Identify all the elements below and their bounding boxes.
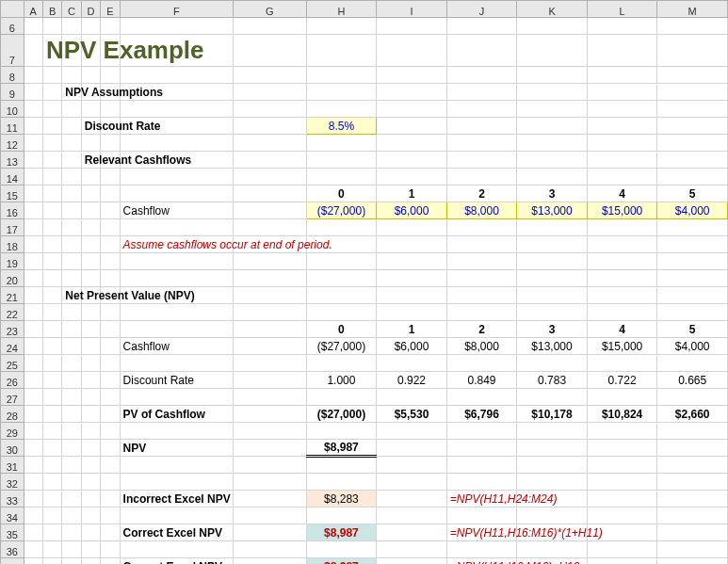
cell-H33[interactable]: $8,283 [306,491,377,508]
col-header-D[interactable]: D [81,1,100,18]
row-header-12[interactable]: 12 [1,135,24,152]
cell-F16[interactable]: Cashflow [120,202,233,219]
cell-K26[interactable]: 0.783 [517,372,588,389]
cell-C21[interactable]: Net Present Value (NPV) [62,287,81,304]
row-header-23[interactable]: 23 [1,321,24,338]
cell-I15[interactable]: 1 [377,185,447,202]
col-header-L[interactable]: L [587,1,657,18]
row-26[interactable]: 26 Discount Rate 1.000 0.922 0.849 0.783… [1,372,728,389]
row-header-27[interactable]: 27 [1,389,24,406]
row-23[interactable]: 23 0 1 2 3 4 5 [1,321,728,338]
col-header-C[interactable]: C [62,1,81,18]
col-header-I[interactable]: I [377,1,447,18]
row-header-32[interactable]: 32 [1,474,24,491]
row-header-14[interactable]: 14 [1,169,24,185]
row-header-33[interactable]: 33 [1,491,24,508]
row-34[interactable]: 34 [1,508,728,524]
cell-J26[interactable]: 0.849 [446,372,517,389]
row-11[interactable]: 11 Discount Rate 8.5% [1,118,728,135]
cell-I28[interactable]: $5,530 [377,406,447,423]
row-32[interactable]: 32 [1,474,728,491]
cell-H16[interactable]: ($27,000) [306,202,377,219]
cell-D11[interactable]: Discount Rate [81,118,100,135]
row-7[interactable]: 7 NPV Example [1,35,728,67]
row-16[interactable]: 16 Cashflow ($27,000) $6,000 $8,000 $13,… [1,202,728,219]
row-header-6[interactable]: 6 [1,18,24,35]
row-header-36[interactable]: 36 [1,541,24,558]
cell-K15[interactable]: 3 [517,185,588,202]
cell-H15[interactable]: 0 [306,185,377,202]
row-29[interactable]: 29 [1,423,728,440]
row-header-34[interactable]: 34 [1,508,24,524]
row-header-15[interactable]: 15 [1,185,24,202]
row-header-16[interactable]: 16 [1,202,24,219]
row-18[interactable]: 18 Assume cashflows occur at end of peri… [1,236,728,253]
row-33[interactable]: 33 Incorrect Excel NPV $8,283 =NPV(H11,H… [1,491,728,508]
cell-M15[interactable]: 5 [657,185,728,202]
row-21[interactable]: 21 Net Present Value (NPV) [1,287,728,304]
grid[interactable]: A B C D E F G H I J K L M 6 7 NPV Exampl… [0,0,728,564]
row-14[interactable]: 14 [1,169,728,185]
row-20[interactable]: 20 [1,270,728,287]
cell-F26[interactable]: Discount Rate [120,372,233,389]
cell-J33[interactable]: =NPV(H11,H24:M24) [446,491,517,508]
col-header-B[interactable]: B [42,1,61,18]
row-17[interactable]: 17 [1,219,728,236]
row-header-30[interactable]: 30 [1,440,24,457]
cell-H11-discount-rate[interactable]: 8.5% [306,118,377,135]
cell-L23[interactable]: 4 [587,321,657,338]
row-24[interactable]: 24 Cashflow ($27,000) $6,000 $8,000 $13,… [1,338,728,355]
row-header-11[interactable]: 11 [1,118,24,135]
col-header-H[interactable]: H [306,1,377,18]
row-28[interactable]: 28 PV of Cashflow ($27,000) $5,530 $6,79… [1,406,728,423]
cell-K24[interactable]: $13,000 [517,338,588,355]
cell-L26[interactable]: 0.722 [587,372,657,389]
cell-H24[interactable]: ($27,000) [306,338,377,355]
row-37[interactable]: 37 Correct Excel NPV $8,987 =NPV(H11,I16… [1,558,728,565]
col-header-F[interactable]: F [120,1,233,18]
row-13[interactable]: 13 Relevant Cashflows [1,152,728,169]
row-15[interactable]: 15 0 1 2 3 4 5 [1,185,728,202]
col-header-J[interactable]: J [446,1,517,18]
cell-H30-npv[interactable]: $8,987 [306,440,377,457]
row-header-19[interactable]: 19 [1,253,24,270]
col-header-K[interactable]: K [517,1,588,18]
cell-M24[interactable]: $4,000 [657,338,728,355]
col-header-M[interactable]: M [657,1,728,18]
cell-H26[interactable]: 1.000 [306,372,377,389]
cell-H37[interactable]: $8,987 [306,558,377,565]
row-30[interactable]: 30 NPV $8,987 [1,440,728,457]
row-31[interactable]: 31 [1,457,728,474]
row-header-22[interactable]: 22 [1,304,24,321]
cell-D13[interactable]: Relevant Cashflows [81,152,100,169]
cell-F30[interactable]: NPV [120,440,233,457]
row-header-10[interactable]: 10 [1,101,24,118]
cell-L28[interactable]: $10,824 [587,406,657,423]
cell-I16[interactable]: $6,000 [377,202,447,219]
col-header-G[interactable]: G [234,1,307,18]
row-header-28[interactable]: 28 [1,406,24,423]
cell-M23[interactable]: 5 [657,321,728,338]
row-header-21[interactable]: 21 [1,287,24,304]
cell-F28[interactable]: PV of Cashflow [120,406,233,423]
row-header-20[interactable]: 20 [1,270,24,287]
cell-M28[interactable]: $2,660 [657,406,728,423]
row-25[interactable]: 25 [1,355,728,372]
cell-M16[interactable]: $4,000 [657,202,728,219]
col-header-A[interactable]: A [24,1,42,18]
cell-K28[interactable]: $10,178 [517,406,588,423]
cell-H28[interactable]: ($27,000) [306,406,377,423]
cell-J37[interactable]: =NPV(H11,I16:M16)+H16 [446,558,517,565]
cell-I23[interactable]: 1 [377,321,447,338]
select-all-corner[interactable] [1,1,24,18]
row-header-25[interactable]: 25 [1,355,24,372]
cell-F18[interactable]: Assume cashflows occur at end of period. [120,236,233,253]
column-header-row[interactable]: A B C D E F G H I J K L M [1,1,728,18]
cell-J15[interactable]: 2 [446,185,517,202]
cell-H35[interactable]: $8,987 [306,524,377,541]
row-19[interactable]: 19 [1,253,728,270]
cell-I26[interactable]: 0.922 [377,372,447,389]
cell-J24[interactable]: $8,000 [446,338,517,355]
row-12[interactable]: 12 [1,135,728,152]
cell-K23[interactable]: 3 [517,321,588,338]
